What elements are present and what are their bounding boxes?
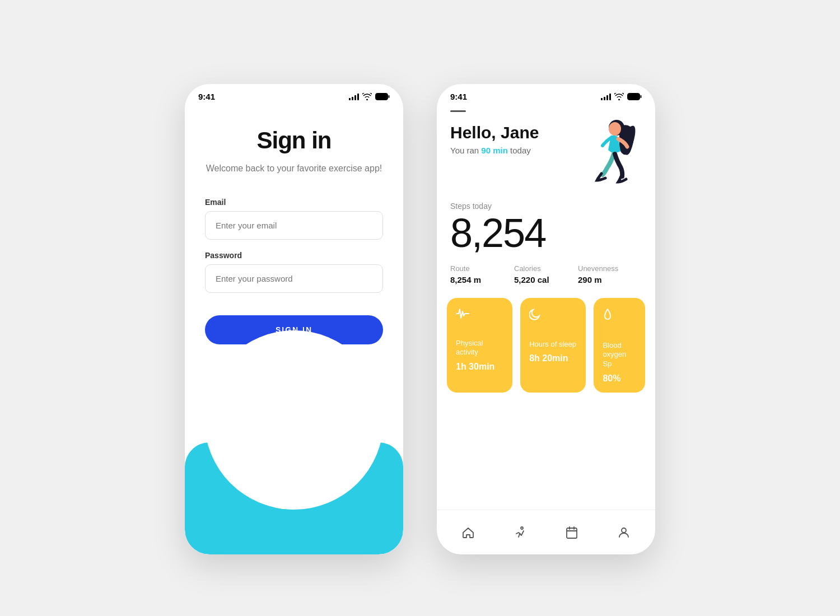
signin-subtitle: Welcome back to your favorite exercise a… (206, 162, 382, 175)
signin-form: Sign in Welcome back to your favorite ex… (185, 105, 403, 365)
signal-icon-right (601, 93, 611, 100)
steps-count: 8,254 (450, 213, 642, 253)
hello-name: Hello, Jane (450, 123, 539, 142)
card-physical-title: Physical activity (456, 339, 503, 358)
password-label: Password (205, 251, 383, 260)
stat-route-label: Route (450, 264, 514, 273)
status-bar-right: 9:41 (437, 84, 655, 105)
droplet-icon (603, 308, 636, 324)
signin-title: Sign in (257, 127, 332, 154)
status-time-right: 9:41 (450, 92, 467, 101)
pulse-icon (456, 308, 503, 322)
stats-row: Route 8,254 m Calories 5,220 cal Unevenn… (450, 264, 642, 284)
bottom-nav (437, 510, 655, 554)
activity-highlight: 90 min (481, 146, 508, 155)
stat-route: Route 8,254 m (450, 264, 514, 284)
card-physical-value: 1h 30min (456, 362, 503, 372)
stat-unevenness: Unevenness 290 m (578, 264, 642, 284)
run-icon (514, 526, 527, 539)
card-sleep-title: Hours of sleep (529, 340, 577, 349)
card-oxygen[interactable]: Blood oxygen Sp 80% (594, 298, 645, 393)
email-group: Email (205, 198, 383, 240)
runner-illustration (586, 118, 642, 190)
user-icon (617, 526, 631, 539)
nav-profile[interactable] (612, 520, 636, 545)
dashboard-content: Hello, Jane You ran 90 min today (437, 105, 655, 393)
hello-text-block: Hello, Jane You ran 90 min today (450, 123, 539, 155)
status-icons-left (349, 93, 390, 100)
wifi-icon-right (614, 93, 624, 100)
password-input[interactable] (205, 264, 383, 293)
nav-activity[interactable] (508, 520, 533, 545)
nav-home[interactable] (456, 520, 480, 545)
stat-calories: Calories 5,220 cal (514, 264, 578, 284)
svg-rect-2 (628, 94, 640, 100)
signin-phone: 9:41 (185, 84, 403, 554)
email-input[interactable] (205, 211, 383, 240)
svg-rect-7 (567, 528, 577, 538)
stat-unevenness-label: Unevenness (578, 264, 642, 273)
steps-label: Steps today (450, 202, 642, 211)
svg-point-8 (622, 528, 626, 533)
svg-rect-0 (376, 94, 388, 100)
nav-calendar[interactable] (559, 520, 584, 545)
status-time-left: 9:41 (198, 92, 215, 101)
wifi-icon (362, 93, 372, 100)
stat-calories-value: 5,220 cal (514, 275, 578, 284)
stat-route-value: 8,254 m (450, 275, 514, 284)
calendar-icon (565, 526, 578, 539)
white-circle-decoration (204, 330, 384, 510)
dashboard-phone: 9:41 (437, 84, 655, 554)
svg-point-6 (521, 527, 523, 529)
card-sleep[interactable]: Hours of sleep 8h 20min (520, 298, 586, 393)
hamburger-line-1 (450, 110, 466, 112)
card-oxygen-value: 80% (603, 374, 636, 384)
svg-point-5 (609, 122, 621, 136)
svg-rect-1 (389, 95, 390, 98)
email-label: Email (205, 198, 383, 207)
signal-icon (349, 93, 359, 100)
hamburger-menu[interactable] (450, 110, 466, 112)
status-bar-left: 9:41 (185, 84, 403, 105)
cards-row: Physical activity 1h 30min Hours of slee… (447, 298, 645, 393)
svg-rect-3 (641, 95, 642, 98)
activity-prefix: You ran (450, 146, 481, 155)
blue-arc-decoration (185, 442, 403, 554)
home-icon (461, 526, 475, 539)
card-physical-activity[interactable]: Physical activity 1h 30min (447, 298, 512, 393)
moon-icon (529, 308, 577, 323)
battery-icon-right (627, 93, 642, 100)
password-group: Password (205, 251, 383, 293)
activity-suffix: today (508, 146, 531, 155)
status-icons-right (601, 93, 642, 100)
stat-unevenness-value: 290 m (578, 275, 642, 284)
card-sleep-value: 8h 20min (529, 353, 577, 363)
card-oxygen-title: Blood oxygen Sp (603, 341, 636, 370)
hello-row: Hello, Jane You ran 90 min today (450, 123, 642, 190)
stat-calories-label: Calories (514, 264, 578, 273)
battery-icon (375, 93, 390, 100)
hello-subtitle: You ran 90 min today (450, 146, 539, 155)
